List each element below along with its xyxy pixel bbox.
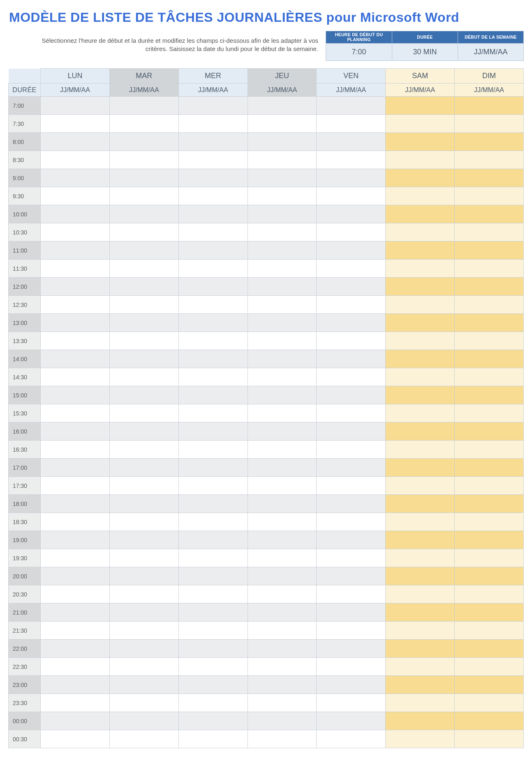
schedule-cell[interactable] <box>247 459 317 477</box>
schedule-cell[interactable] <box>109 694 178 712</box>
schedule-cell[interactable] <box>317 151 386 169</box>
schedule-cell[interactable] <box>386 513 455 531</box>
schedule-cell[interactable] <box>109 368 178 386</box>
schedule-cell[interactable] <box>247 368 317 386</box>
schedule-cell[interactable] <box>109 386 178 404</box>
schedule-cell[interactable] <box>247 658 317 676</box>
schedule-cell[interactable] <box>455 477 524 495</box>
schedule-cell[interactable] <box>247 676 317 694</box>
schedule-cell[interactable] <box>109 241 178 260</box>
schedule-cell[interactable] <box>317 513 386 531</box>
schedule-cell[interactable] <box>386 350 455 368</box>
schedule-cell[interactable] <box>317 640 386 658</box>
schedule-cell[interactable] <box>178 169 247 187</box>
schedule-cell[interactable] <box>178 296 247 314</box>
schedule-cell[interactable] <box>178 567 247 585</box>
schedule-cell[interactable] <box>247 404 317 422</box>
schedule-cell[interactable] <box>317 97 386 115</box>
schedule-cell[interactable] <box>317 567 386 585</box>
schedule-cell[interactable] <box>109 332 178 350</box>
schedule-cell[interactable] <box>455 350 524 368</box>
schedule-cell[interactable] <box>109 422 178 441</box>
schedule-cell[interactable] <box>455 730 524 748</box>
schedule-cell[interactable] <box>109 115 178 133</box>
schedule-cell[interactable] <box>41 296 110 314</box>
schedule-cell[interactable] <box>109 549 178 567</box>
schedule-cell[interactable] <box>455 332 524 350</box>
schedule-cell[interactable] <box>386 151 455 169</box>
schedule-cell[interactable] <box>247 495 317 513</box>
date-header[interactable]: JJ/MM/AA <box>109 84 178 97</box>
schedule-cell[interactable] <box>109 97 178 115</box>
schedule-cell[interactable] <box>455 223 524 241</box>
schedule-cell[interactable] <box>317 585 386 603</box>
schedule-cell[interactable] <box>41 495 110 513</box>
schedule-cell[interactable] <box>317 332 386 350</box>
schedule-cell[interactable] <box>247 477 317 495</box>
schedule-cell[interactable] <box>247 441 317 459</box>
schedule-cell[interactable] <box>317 658 386 676</box>
schedule-cell[interactable] <box>317 730 386 748</box>
schedule-cell[interactable] <box>455 513 524 531</box>
schedule-cell[interactable] <box>455 241 524 260</box>
schedule-cell[interactable] <box>386 730 455 748</box>
schedule-cell[interactable] <box>41 205 110 223</box>
schedule-cell[interactable] <box>41 332 110 350</box>
schedule-cell[interactable] <box>317 350 386 368</box>
schedule-cell[interactable] <box>109 151 178 169</box>
schedule-cell[interactable] <box>317 260 386 278</box>
schedule-cell[interactable] <box>386 585 455 603</box>
schedule-cell[interactable] <box>41 603 110 622</box>
schedule-cell[interactable] <box>247 694 317 712</box>
schedule-cell[interactable] <box>386 477 455 495</box>
schedule-cell[interactable] <box>178 278 247 296</box>
schedule-cell[interactable] <box>247 386 317 404</box>
schedule-cell[interactable] <box>317 205 386 223</box>
schedule-cell[interactable] <box>178 422 247 441</box>
schedule-cell[interactable] <box>109 477 178 495</box>
schedule-cell[interactable] <box>247 567 317 585</box>
schedule-cell[interactable] <box>247 169 317 187</box>
schedule-cell[interactable] <box>41 386 110 404</box>
schedule-cell[interactable] <box>386 495 455 513</box>
schedule-cell[interactable] <box>41 422 110 441</box>
schedule-cell[interactable] <box>109 260 178 278</box>
schedule-cell[interactable] <box>317 223 386 241</box>
schedule-cell[interactable] <box>317 133 386 151</box>
schedule-cell[interactable] <box>386 332 455 350</box>
schedule-cell[interactable] <box>109 404 178 422</box>
schedule-cell[interactable] <box>41 640 110 658</box>
schedule-cell[interactable] <box>41 133 110 151</box>
schedule-cell[interactable] <box>386 97 455 115</box>
schedule-cell[interactable] <box>178 115 247 133</box>
schedule-cell[interactable] <box>386 622 455 640</box>
schedule-cell[interactable] <box>455 658 524 676</box>
schedule-cell[interactable] <box>317 603 386 622</box>
schedule-cell[interactable] <box>386 694 455 712</box>
schedule-cell[interactable] <box>386 169 455 187</box>
schedule-cell[interactable] <box>247 350 317 368</box>
schedule-cell[interactable] <box>109 603 178 622</box>
schedule-cell[interactable] <box>41 97 110 115</box>
schedule-cell[interactable] <box>455 278 524 296</box>
schedule-cell[interactable] <box>178 97 247 115</box>
schedule-cell[interactable] <box>178 712 247 730</box>
schedule-cell[interactable] <box>455 567 524 585</box>
schedule-cell[interactable] <box>455 459 524 477</box>
schedule-cell[interactable] <box>386 531 455 549</box>
schedule-cell[interactable] <box>247 622 317 640</box>
schedule-cell[interactable] <box>178 730 247 748</box>
date-header[interactable]: JJ/MM/AA <box>247 84 317 97</box>
schedule-cell[interactable] <box>317 368 386 386</box>
schedule-cell[interactable] <box>41 404 110 422</box>
schedule-cell[interactable] <box>41 314 110 332</box>
schedule-cell[interactable] <box>247 223 317 241</box>
schedule-cell[interactable] <box>178 658 247 676</box>
schedule-cell[interactable] <box>455 549 524 567</box>
schedule-cell[interactable] <box>41 531 110 549</box>
schedule-cell[interactable] <box>109 531 178 549</box>
schedule-cell[interactable] <box>317 477 386 495</box>
schedule-cell[interactable] <box>178 223 247 241</box>
schedule-cell[interactable] <box>386 404 455 422</box>
schedule-cell[interactable] <box>247 260 317 278</box>
